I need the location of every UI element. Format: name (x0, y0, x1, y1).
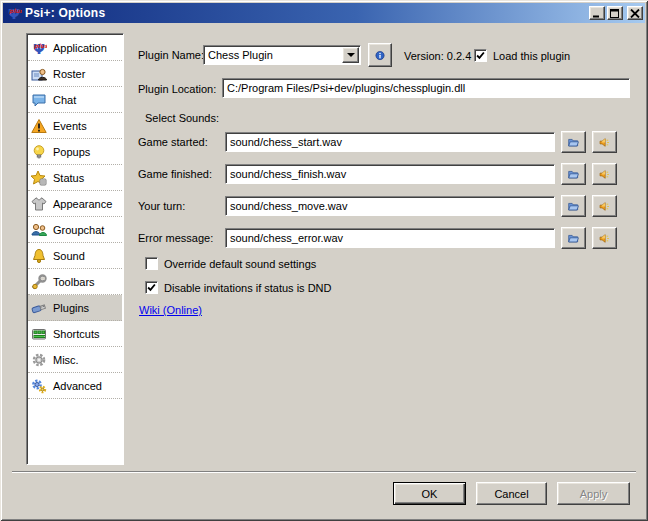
sidebar-item-popups[interactable]: Popups (28, 139, 122, 165)
sidebar-item-label: Popups (53, 146, 90, 158)
sidebar-item-label: Misc. (53, 354, 79, 366)
speaker-icon (599, 134, 610, 151)
sidebar-item-label: Events (53, 120, 87, 132)
sidebar-list: Ψplus Application Roster Chat Events Pop… (26, 33, 124, 465)
sidebar-item-label: Toolbars (53, 276, 95, 288)
misc-icon (31, 352, 47, 368)
cancel-button[interactable]: Cancel (476, 482, 547, 505)
folder-icon (568, 198, 579, 215)
sound-event-label: Game finished: (138, 163, 212, 185)
speaker-icon (599, 166, 610, 183)
toolbars-icon (31, 274, 47, 290)
sidebar-item-shortcuts[interactable]: Shortcuts (28, 321, 122, 347)
version-label: Version: 0.2.4 (404, 50, 471, 62)
titlebar[interactable]: Ψplus Psi+: Options (3, 3, 645, 23)
sidebar-item-misc[interactable]: Misc. (28, 347, 122, 373)
sidebar-item-label: Plugins (53, 302, 89, 314)
play-sound-button[interactable] (592, 163, 617, 185)
sound-event-label: Game started: (138, 131, 208, 153)
play-sound-button[interactable] (592, 195, 617, 217)
plugins-icon (31, 300, 47, 316)
appearance-icon (31, 196, 47, 212)
svg-text:plus: plus (34, 42, 47, 50)
minimize-icon (592, 9, 602, 18)
sound-setting-row: Error message: sound/chess_error.wav (138, 227, 630, 249)
folder-icon (568, 230, 579, 247)
folder-icon (568, 134, 579, 151)
ok-button[interactable]: OK (393, 482, 466, 505)
override-sound-checkbox[interactable] (145, 257, 158, 270)
sound-file-input[interactable]: sound/chess_finish.wav (225, 164, 555, 184)
minimize-button[interactable] (589, 6, 605, 20)
close-button[interactable] (627, 6, 643, 20)
sound-setting-row: Game finished: sound/chess_finish.wav (138, 163, 630, 185)
load-plugin-checkbox[interactable] (474, 49, 487, 62)
plugin-name-value: Chess Plugin (208, 48, 273, 62)
svg-text:plus: plus (9, 7, 22, 15)
shortcuts-icon (31, 326, 47, 342)
play-sound-button[interactable] (592, 227, 617, 249)
plugin-info-button[interactable] (368, 43, 392, 67)
sidebar-item-toolbars[interactable]: Toolbars (28, 269, 122, 295)
play-sound-button[interactable] (592, 131, 617, 153)
footer-separator (12, 471, 636, 473)
sidebar-item-plugins[interactable]: Plugins (28, 295, 122, 321)
plugin-name-label: Plugin Name: (138, 49, 204, 61)
disable-invitations-label: Disable invitations if status is DND (164, 282, 332, 294)
browse-sound-button[interactable] (561, 195, 586, 217)
sidebar-item-label: Chat (53, 94, 76, 106)
sidebar-item-label: Shortcuts (53, 328, 99, 340)
sidebar-item-groupchat[interactable]: Groupchat (28, 217, 122, 243)
chat-icon (31, 92, 47, 108)
speaker-icon (599, 198, 610, 215)
browse-sound-button[interactable] (561, 227, 586, 249)
speaker-icon (599, 230, 610, 247)
sidebar-item-label: Advanced (53, 380, 102, 392)
sidebar-item-advanced[interactable]: Advanced (28, 373, 122, 399)
load-plugin-label: Load this plugin (493, 50, 570, 62)
psi-plus-icon: Ψplus (31, 40, 47, 56)
apply-button[interactable]: Apply (557, 482, 630, 505)
maximize-button[interactable] (607, 6, 623, 20)
override-sound-label: Override default sound settings (164, 258, 316, 270)
groupchat-icon (31, 222, 47, 238)
wiki-online-link[interactable]: Wiki (Online) (139, 304, 202, 316)
events-icon (31, 118, 47, 134)
sidebar-item-roster[interactable]: Roster (28, 61, 122, 87)
sound-file-input[interactable]: sound/chess_error.wav (225, 228, 555, 248)
popups-icon (31, 144, 47, 160)
sound-file-input[interactable]: sound/chess_move.wav (225, 196, 555, 216)
sound-icon (31, 248, 47, 264)
info-icon (375, 47, 385, 64)
browse-sound-button[interactable] (561, 131, 586, 153)
checkmark-icon (147, 283, 156, 292)
window-title: Psi+: Options (25, 6, 587, 20)
sidebar-item-events[interactable]: Events (28, 113, 122, 139)
folder-icon (568, 166, 579, 183)
roster-icon (31, 66, 47, 82)
sidebar-item-sound[interactable]: Sound (28, 243, 122, 269)
sound-settings-list: Game started: sound/chess_start.wav Game… (138, 131, 630, 259)
plugin-location-input[interactable]: C:/Program Files/Psi+dev/plugins/chesspl… (222, 78, 630, 98)
sidebar-item-label: Appearance (53, 198, 112, 210)
sidebar-item-label: Status (53, 172, 84, 184)
browse-sound-button[interactable] (561, 163, 586, 185)
sidebar-item-label: Application (53, 42, 107, 54)
sidebar-item-chat[interactable]: Chat (28, 87, 122, 113)
sidebar-item-appearance[interactable]: Appearance (28, 191, 122, 217)
advanced-icon (31, 378, 47, 394)
sound-setting-row: Your turn: sound/chess_move.wav (138, 195, 630, 217)
psi-plus-app-icon: Ψplus (6, 5, 22, 21)
sound-file-input[interactable]: sound/chess_start.wav (225, 132, 555, 152)
maximize-icon (610, 9, 620, 18)
sidebar-item-application[interactable]: Ψplus Application (28, 35, 122, 61)
plugin-name-select[interactable]: Chess Plugin (203, 45, 361, 65)
status-icon (31, 170, 47, 186)
chevron-down-icon[interactable] (342, 47, 359, 63)
sidebar-item-status[interactable]: Status (28, 165, 122, 191)
sound-event-label: Your turn: (138, 195, 185, 217)
sidebar-item-label: Groupchat (53, 224, 104, 236)
options-dialog: Ψplus Psi+: Options Ψplus Application Ro… (0, 0, 648, 521)
sidebar-item-label: Roster (53, 68, 85, 80)
disable-invitations-checkbox[interactable] (145, 281, 158, 294)
